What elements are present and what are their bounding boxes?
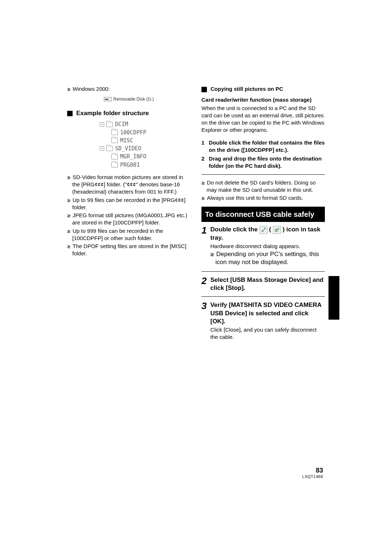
side-tab xyxy=(328,276,339,320)
divider xyxy=(201,271,325,272)
safely-remove-icon-a xyxy=(260,226,268,234)
svg-point-2 xyxy=(277,228,279,230)
win2000-label: Windows 2000: xyxy=(67,85,191,93)
minus-icon: − xyxy=(100,146,104,151)
disconnect-step-3: 3 Verify [MATSHITA SD VIDEO CAMERA USB D… xyxy=(201,301,325,341)
card-reader-heading: Card reader/writer function (mass storag… xyxy=(201,96,325,104)
list-item: JPEG format still pictures (IMGA0001.JPG… xyxy=(67,212,191,227)
removable-disk-image: Removable Disk (G:) xyxy=(67,96,191,102)
folder-icon xyxy=(106,122,113,127)
disconnect-step-2: 2 Select [USB Mass Storage Device] and c… xyxy=(201,276,325,292)
list-item: Depending on your PC's settings, this ic… xyxy=(210,250,325,266)
minus-icon: − xyxy=(100,122,104,127)
copy-step-2: 2 Drag and drop the files onto the desti… xyxy=(201,155,325,170)
tree-label: PRG001 xyxy=(120,161,140,169)
divider xyxy=(201,174,325,175)
list-item: Do not delete the SD card's folders. Doi… xyxy=(201,179,325,194)
left-notes-list: SD-Video format motion pictures are stor… xyxy=(67,174,191,258)
tree-label: SD_VIDEO xyxy=(115,145,141,152)
tree-label: MGR_INFO xyxy=(120,153,146,160)
card-reader-body: When the unit is connected to a PC and t… xyxy=(201,105,325,134)
right-column: Copying still pictures on PC Card reader… xyxy=(201,85,325,341)
page-number: 83 xyxy=(302,467,323,474)
left-column: Windows 2000: Removable Disk (G:) Exampl… xyxy=(67,85,191,341)
divider xyxy=(201,296,325,297)
list-item: The DPOF setting files are stored in the… xyxy=(67,243,191,258)
page-footer: 83 LSQT1488 xyxy=(302,467,323,479)
folder-icon xyxy=(111,138,118,143)
tree-label: DCIM xyxy=(115,121,128,128)
disconnect-step-1: 1 Double click the ( ) icon in task tray… xyxy=(201,226,325,267)
tree-label: 100CDPFP xyxy=(120,129,146,136)
folder-icon xyxy=(111,162,118,167)
list-item: SD-Video format motion pictures are stor… xyxy=(67,174,191,196)
folder-icon xyxy=(106,146,113,151)
drive-label: Removable Disk (G:) xyxy=(113,96,154,102)
disk-icon xyxy=(104,97,112,101)
list-item: Up to 99 files can be recorded in the [P… xyxy=(67,197,191,211)
doc-code: LSQT1488 xyxy=(302,474,323,479)
copy-notes-list: Do not delete the SD card's folders. Doi… xyxy=(201,179,325,202)
disconnect-heading: To disconnect USB cable safely xyxy=(201,207,325,222)
svg-rect-1 xyxy=(275,229,278,232)
list-item: Up to 999 files can be recorded in the [… xyxy=(67,227,191,242)
safely-remove-icon-b xyxy=(273,226,281,234)
square-bullet-icon xyxy=(201,87,207,92)
copy-pictures-heading: Copying still pictures on PC xyxy=(211,85,283,93)
list-item: Always use this unit to format SD cards. xyxy=(201,194,325,202)
folder-icon xyxy=(111,130,118,135)
tree-label: MISC xyxy=(120,137,133,144)
step3-sub: Click [Close], and you can safely discon… xyxy=(210,326,325,341)
folder-tree: − DCIM 100CDPFP MISC − SD_VIDEO MGR_INFO xyxy=(100,121,158,169)
copy-step-1: 1 Double click the folder that contains … xyxy=(201,139,325,154)
step1-subtext: Hardware disconnect dialog appears. xyxy=(210,243,325,250)
example-folder-heading: Example folder structure xyxy=(67,109,191,118)
svg-rect-0 xyxy=(262,230,264,232)
square-bullet-icon xyxy=(67,111,73,116)
folder-icon xyxy=(111,154,118,159)
